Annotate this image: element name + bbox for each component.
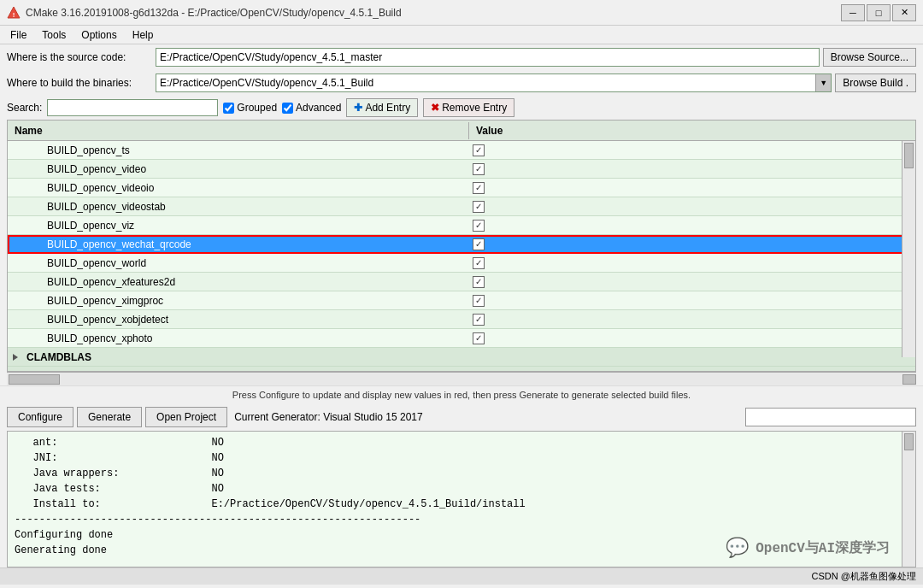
row-checkbox[interactable]: ✓ xyxy=(473,314,485,326)
bottom-search-input[interactable] xyxy=(745,408,916,426)
table-row[interactable]: BUILD_opencv_ts✓ xyxy=(8,141,915,160)
row-name-cell: BUILD_opencv_xphoto xyxy=(23,331,469,346)
open-project-button[interactable]: Open Project xyxy=(145,407,227,427)
output-line: ant: NO xyxy=(15,435,908,450)
generate-button[interactable]: Generate xyxy=(77,407,142,427)
row-name-cell: BUILD_opencv_world xyxy=(23,256,469,271)
plus-icon: ✚ xyxy=(354,102,362,114)
row-checkbox[interactable]: ✓ xyxy=(473,257,485,269)
table-row[interactable]: BUILD_opencv_viz✓ xyxy=(8,216,915,235)
status-bar: Press Configure to update and display ne… xyxy=(0,385,923,403)
row-checkbox[interactable]: ✓ xyxy=(473,332,485,344)
row-value-cell[interactable]: ✓ xyxy=(469,199,915,215)
maximize-button[interactable]: □ xyxy=(867,4,891,21)
row-value-cell[interactable]: ✓ xyxy=(469,143,915,158)
output-line: Install to: E:/Practice/OpenCV/Study/ope… xyxy=(15,497,908,512)
row-value-cell xyxy=(469,356,915,359)
build-dropdown[interactable]: E:/Practice/OpenCV/Study/opencv_4.5.1_Bu… xyxy=(156,74,832,92)
title-text: CMake 3.16.20191008-g6d132da - E:/Practi… xyxy=(26,7,841,19)
generator-label: Current Generator: Visual Studio 15 2017 xyxy=(234,411,423,423)
row-value-cell[interactable]: ✓ xyxy=(469,331,915,346)
vertical-scrollbar[interactable] xyxy=(902,141,915,357)
row-name-cell: BUILD_opencv_xobjdetect xyxy=(23,312,469,327)
bottom-status-right: CSDN @机器鱼图像处理 xyxy=(812,570,916,583)
row-name-cell: BUILD_opencv_video xyxy=(23,162,469,177)
row-checkbox[interactable]: ✓ xyxy=(473,220,485,232)
row-value-cell[interactable]: ✓ xyxy=(469,274,915,290)
main-table: Name Value BUILD_opencv_ts✓BUILD_opencv_… xyxy=(7,120,916,372)
row-checkbox[interactable]: ✓ xyxy=(473,163,485,175)
row-value-cell[interactable]: ✓ xyxy=(469,162,915,177)
source-input[interactable] xyxy=(156,48,820,67)
table-row[interactable]: BUILD_opencv_videoio✓ xyxy=(8,179,915,197)
table-row[interactable]: BUILD_opencv_xphoto✓ xyxy=(8,329,915,348)
menu-tools[interactable]: Tools xyxy=(35,27,73,43)
table-row[interactable]: BUILD_opencv_world✓ xyxy=(8,254,915,273)
browse-build-button[interactable]: Browse Build . xyxy=(835,74,916,92)
row-checkbox[interactable]: ✓ xyxy=(473,144,485,156)
header-name: Name xyxy=(8,122,469,139)
search-input[interactable] xyxy=(47,99,218,116)
table-row[interactable]: BUILD_opencv_wechat_qrcode✓ xyxy=(8,235,915,254)
table-row[interactable]: CLAMDFFT xyxy=(8,367,915,371)
table-row[interactable]: BUILD_opencv_videostab✓ xyxy=(8,197,915,216)
menu-file[interactable]: File xyxy=(3,27,33,43)
source-label: Where is the source code: xyxy=(7,51,152,63)
remove-entry-button[interactable]: ✖ Remove Entry xyxy=(423,98,514,117)
grouped-checkbox-label[interactable]: Grouped xyxy=(223,102,277,114)
advanced-checkbox-label[interactable]: Advanced xyxy=(282,102,341,114)
h-scroll-thumb[interactable] xyxy=(9,374,60,385)
row-name-cell: CLAMDFFT xyxy=(23,368,469,372)
menu-bar: File Tools Options Help xyxy=(0,26,923,44)
row-value-cell[interactable]: ✓ xyxy=(469,237,915,252)
dropdown-arrow-icon: ▼ xyxy=(815,74,831,91)
close-button[interactable]: ✕ xyxy=(892,4,916,21)
table-row[interactable]: BUILD_opencv_xobjdetect✓ xyxy=(8,310,915,329)
watermark-text: OpenCV与AI深度学习 xyxy=(755,539,890,557)
app-icon: ! xyxy=(7,6,21,20)
search-label: Search: xyxy=(7,102,42,114)
remove-entry-label: Remove Entry xyxy=(442,102,507,114)
add-entry-label: Add Entry xyxy=(365,102,410,114)
row-checkbox[interactable]: ✓ xyxy=(473,201,485,213)
x-icon: ✖ xyxy=(431,102,439,114)
table-row[interactable]: BUILD_opencv_ximgproc✓ xyxy=(8,291,915,310)
browse-source-button[interactable]: Browse Source... xyxy=(823,48,916,67)
expand-icon[interactable] xyxy=(8,352,23,362)
build-label: Where to build the binaries: xyxy=(7,77,152,89)
advanced-label: Advanced xyxy=(296,102,341,114)
row-value-cell[interactable]: ✓ xyxy=(469,293,915,309)
row-value-cell[interactable]: ✓ xyxy=(469,312,915,327)
output-scrollbar[interactable] xyxy=(902,432,915,567)
menu-options[interactable]: Options xyxy=(74,27,123,43)
horizontal-scrollbar[interactable] xyxy=(7,372,916,385)
menu-help[interactable]: Help xyxy=(126,27,161,43)
table-row[interactable]: CLAMDBLAS xyxy=(8,348,915,367)
source-field-row: Where is the source code: Browse Source.… xyxy=(0,44,923,70)
bottom-controls: Configure Generate Open Project Current … xyxy=(0,403,923,431)
status-message: Press Configure to update and display ne… xyxy=(232,390,691,400)
row-value-cell[interactable]: ✓ xyxy=(469,180,915,196)
grouped-checkbox[interactable] xyxy=(223,103,234,114)
row-value-cell[interactable]: ✓ xyxy=(469,218,915,233)
watermark: 💬 OpenCV与AI深度学习 xyxy=(726,537,890,560)
row-checkbox[interactable]: ✓ xyxy=(473,295,485,307)
row-checkbox[interactable]: ✓ xyxy=(473,238,485,250)
svg-text:!: ! xyxy=(13,11,15,19)
row-value-cell[interactable]: ✓ xyxy=(469,256,915,271)
table-row[interactable]: BUILD_opencv_xfeatures2d✓ xyxy=(8,273,915,291)
minimize-button[interactable]: ─ xyxy=(841,4,865,21)
row-name-cell: BUILD_opencv_wechat_qrcode xyxy=(23,237,469,252)
row-checkbox[interactable]: ✓ xyxy=(473,276,485,288)
row-checkbox[interactable]: ✓ xyxy=(473,182,485,194)
output-line: JNI: NO xyxy=(15,450,908,466)
row-name-cell: BUILD_opencv_viz xyxy=(23,218,469,233)
row-name-cell: BUILD_opencv_xfeatures2d xyxy=(23,274,469,290)
header-value: Value xyxy=(469,122,915,139)
table-row[interactable]: BUILD_opencv_video✓ xyxy=(8,160,915,179)
advanced-checkbox[interactable] xyxy=(282,103,293,114)
configure-button[interactable]: Configure xyxy=(7,407,73,427)
add-entry-button[interactable]: ✚ Add Entry xyxy=(346,98,418,117)
title-bar: ! CMake 3.16.20191008-g6d132da - E:/Prac… xyxy=(0,0,923,26)
search-row: Search: Grouped Advanced ✚ Add Entry ✖ R… xyxy=(0,96,923,120)
